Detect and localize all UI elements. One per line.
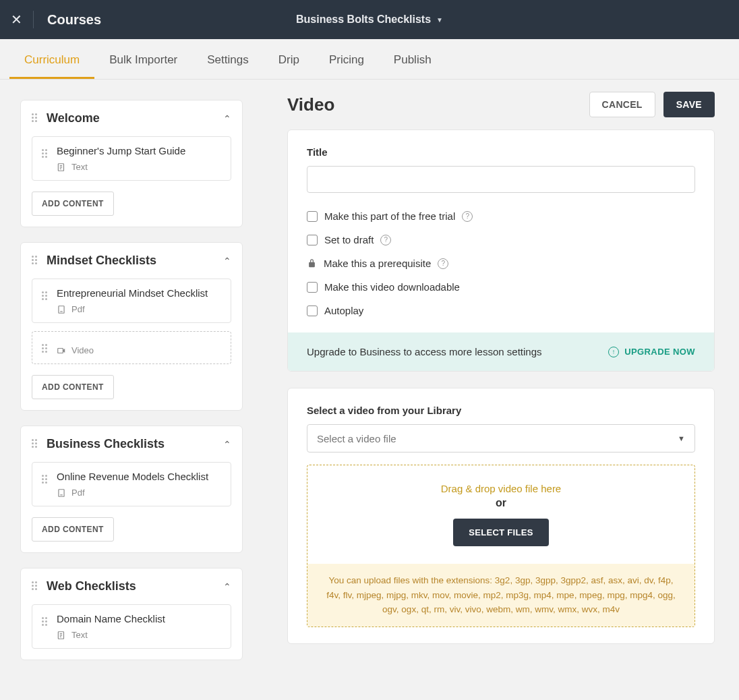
text-icon (57, 163, 66, 172)
svg-rect-8 (59, 489, 64, 496)
lesson-type: Text (57, 162, 221, 172)
curriculum-sidebar: Welcome⌃Beginner's Jump Start GuideTextA… (0, 80, 263, 700)
title-input[interactable] (307, 166, 695, 193)
checkbox[interactable] (307, 235, 318, 245)
lesson-type: Pdf (57, 304, 221, 314)
lesson-item[interactable]: Video (32, 331, 231, 364)
option-draft[interactable]: Set to draft ? (307, 234, 695, 245)
video-select[interactable]: Select a video file ▼ (307, 424, 695, 453)
checkbox[interactable] (307, 211, 318, 222)
chapter-card: Welcome⌃Beginner's Jump Start GuideTextA… (20, 100, 243, 227)
title-label: Title (307, 146, 695, 158)
close-icon[interactable]: ✕ (11, 11, 22, 28)
editor-heading: Video (287, 94, 334, 115)
upgrade-now-link[interactable]: ↑ UPGRADE NOW (608, 347, 695, 357)
option-free-trial[interactable]: Make this part of the free trial ? (307, 210, 695, 222)
pdf-icon (57, 488, 66, 498)
option-label: Make this part of the free trial (324, 210, 455, 222)
select-files-button[interactable]: SELECT FILES (453, 519, 548, 546)
tab-drip[interactable]: Drip (278, 42, 299, 79)
library-label: Select a video from your Library (307, 405, 695, 416)
help-icon[interactable]: ? (438, 258, 448, 269)
brand-title: Courses (47, 12, 101, 28)
select-placeholder: Select a video file (317, 433, 396, 444)
option-label: Autoplay (324, 305, 363, 316)
text-icon (57, 631, 66, 640)
tab-bulk-importer[interactable]: Bulk Importer (109, 42, 177, 79)
chapter-card: Mindset Checklists⌃Entrepreneurial Minds… (20, 242, 243, 411)
chapter-card: Business Checklists⌃Online Revenue Model… (20, 426, 243, 553)
option-prerequisite: Make this a prerequisite ? (307, 258, 695, 269)
lesson-title: Entrepreneurial Mindset Checklist (57, 287, 221, 299)
option-label: Make this a prerequisite (324, 258, 431, 269)
lesson-type: Video (57, 345, 221, 355)
video-icon (57, 346, 66, 355)
drag-handle-icon[interactable] (32, 113, 38, 124)
tab-pricing[interactable]: Pricing (329, 42, 364, 79)
drag-handle-icon[interactable] (32, 439, 38, 450)
checkbox[interactable] (307, 305, 318, 316)
chapter-header[interactable]: Welcome⌃ (32, 111, 231, 125)
lock-icon (307, 258, 317, 268)
video-dropzone[interactable]: Drag & drop video file here or SELECT FI… (307, 465, 695, 627)
settings-card: Title Make this part of the free trial ?… (287, 129, 715, 372)
topbar: ✕ Courses Business Bolts Checklists ▼ (0, 0, 739, 39)
drag-handle-icon[interactable] (42, 149, 49, 160)
drag-handle-icon[interactable] (42, 617, 49, 628)
course-dropdown[interactable]: Business Bolts Checklists ▼ (296, 13, 443, 26)
help-icon[interactable]: ? (380, 235, 391, 245)
chapter-title: Web Checklists (47, 579, 215, 593)
chapter-title: Mindset Checklists (47, 254, 215, 268)
chapter-title: Business Checklists (47, 437, 215, 451)
svg-rect-6 (58, 348, 63, 353)
chapter-card: Web Checklists⌃Domain Name ChecklistText (20, 568, 243, 660)
lesson-editor: Video CANCEL SAVE Title Make this part o… (263, 80, 739, 700)
arrow-up-circle-icon: ↑ (608, 347, 619, 357)
tab-publish[interactable]: Publish (394, 42, 432, 79)
drag-handle-icon[interactable] (42, 475, 49, 486)
drag-handle-icon[interactable] (32, 581, 38, 592)
chevron-up-icon[interactable]: ⌃ (223, 581, 231, 592)
lesson-item[interactable]: Online Revenue Models ChecklistPdf (32, 462, 231, 506)
lesson-item[interactable]: Domain Name ChecklistText (32, 604, 231, 649)
drag-handle-icon[interactable] (32, 256, 38, 266)
tab-curriculum[interactable]: Curriculum (24, 42, 80, 79)
lesson-item[interactable]: Beginner's Jump Start GuideText (32, 136, 231, 181)
save-button[interactable]: SAVE (663, 92, 715, 117)
checkbox[interactable] (307, 282, 318, 293)
caret-down-icon: ▼ (678, 434, 685, 442)
option-downloadable[interactable]: Make this video downloadable (307, 281, 695, 293)
divider (33, 11, 34, 28)
add-content-button[interactable]: ADD CONTENT (32, 192, 114, 216)
svg-rect-4 (59, 305, 64, 313)
upgrade-message: Upgrade to Business to access more lesso… (307, 346, 542, 357)
course-tabs: CurriculumBulk ImporterSettingsDripPrici… (0, 39, 739, 80)
chapter-header[interactable]: Mindset Checklists⌃ (32, 254, 231, 268)
dropzone-or: or (321, 497, 681, 509)
formats-note: You can upload files with the extensions… (307, 564, 694, 626)
chevron-up-icon[interactable]: ⌃ (223, 113, 231, 124)
option-label: Set to draft (324, 234, 374, 245)
chevron-up-icon[interactable]: ⌃ (223, 439, 231, 450)
chapter-header[interactable]: Business Checklists⌃ (32, 437, 231, 451)
option-autoplay[interactable]: Autoplay (307, 305, 695, 316)
cancel-button[interactable]: CANCEL (589, 92, 655, 117)
lesson-type: Text (57, 630, 221, 640)
video-card: Select a video from your Library Select … (287, 388, 715, 644)
chapter-header[interactable]: Web Checklists⌃ (32, 579, 231, 593)
option-label: Make this video downloadable (324, 281, 460, 293)
lesson-item[interactable]: Entrepreneurial Mindset ChecklistPdf (32, 279, 231, 323)
lesson-type: Pdf (57, 488, 221, 498)
chapter-title: Welcome (47, 111, 215, 125)
lesson-title: Online Revenue Models Checklist (57, 471, 221, 482)
course-name: Business Bolts Checklists (296, 13, 431, 26)
chevron-up-icon[interactable]: ⌃ (223, 256, 231, 266)
pdf-icon (57, 305, 66, 314)
add-content-button[interactable]: ADD CONTENT (32, 375, 114, 399)
add-content-button[interactable]: ADD CONTENT (32, 517, 114, 542)
tab-settings[interactable]: Settings (207, 42, 248, 79)
help-icon[interactable]: ? (462, 211, 473, 222)
drag-handle-icon[interactable] (42, 291, 49, 302)
drag-handle-icon[interactable] (42, 344, 49, 355)
lesson-title: Beginner's Jump Start Guide (57, 145, 221, 156)
